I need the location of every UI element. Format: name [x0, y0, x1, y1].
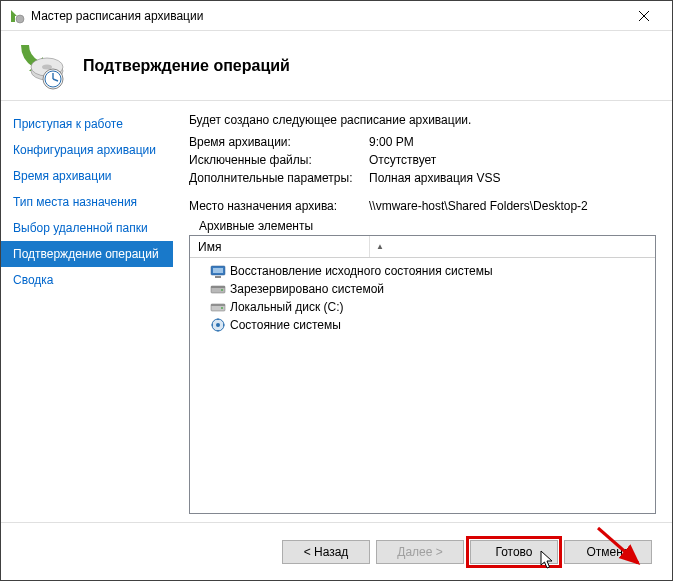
dest-value: \\vmware-host\Shared Folders\Desktop-2 — [369, 199, 588, 213]
sidebar-step[interactable]: Подтверждение операций — [1, 241, 173, 267]
summary-label: Исключенные файлы: — [189, 153, 369, 167]
summary-row: Дополнительные параметры:Полная архиваци… — [189, 171, 656, 185]
archive-elements-label: Архивные элементы — [199, 219, 656, 233]
sidebar-step[interactable]: Время архивации — [1, 163, 173, 189]
list-item-label: Состояние системы — [230, 318, 341, 332]
list-body: Восстановление исходного состояния систе… — [190, 258, 655, 513]
svg-point-13 — [221, 289, 223, 291]
list-column-name[interactable]: Имя — [190, 236, 370, 257]
dest-label: Место назначения архива: — [189, 199, 369, 213]
svg-rect-15 — [211, 304, 225, 306]
wizard-body: Приступая к работеКонфигурация архивации… — [1, 101, 672, 522]
wizard-footer: < Назад Далее > Готово Отмена — [1, 522, 672, 580]
list-item-label: Восстановление исходного состояния систе… — [230, 264, 493, 278]
sidebar-step[interactable]: Тип места назначения — [1, 189, 173, 215]
wizard-steps-sidebar: Приступая к работеКонфигурация архивации… — [1, 101, 173, 522]
system-reserved-icon — [210, 281, 226, 297]
cancel-button[interactable]: Отмена — [564, 540, 652, 564]
list-item-label: Зарезервировано системой — [230, 282, 384, 296]
wizard-header-icon — [17, 41, 67, 91]
sort-indicator-icon: ▲ — [370, 242, 390, 251]
intro-text: Будет создано следующее расписание архив… — [189, 113, 656, 127]
list-item[interactable]: Локальный диск (C:) — [190, 298, 655, 316]
svg-point-3 — [42, 64, 52, 69]
app-icon — [9, 8, 25, 24]
summary-row: Время архивации:9:00 PM — [189, 135, 656, 149]
wizard-main-panel: Будет создано следующее расписание архив… — [173, 101, 672, 522]
titlebar: Мастер расписания архивации — [1, 1, 672, 31]
next-button: Далее > — [376, 540, 464, 564]
summary-row: Исключенные файлы:Отсутствует — [189, 153, 656, 167]
list-item[interactable]: Восстановление исходного состояния систе… — [190, 262, 655, 280]
finish-button[interactable]: Готово — [470, 540, 558, 564]
svg-rect-9 — [213, 268, 223, 273]
wizard-header-title: Подтверждение операций — [83, 57, 290, 75]
sidebar-step[interactable]: Конфигурация архивации — [1, 137, 173, 163]
list-header-row: Имя ▲ — [190, 236, 655, 258]
svg-rect-12 — [211, 286, 225, 288]
summary-value: Полная архивация VSS — [369, 171, 500, 185]
list-item[interactable]: Зарезервировано системой — [190, 280, 655, 298]
svg-point-16 — [221, 307, 223, 309]
svg-rect-10 — [215, 276, 221, 278]
bmr-icon — [210, 263, 226, 279]
list-column-label: Имя — [198, 240, 221, 254]
summary-label: Время архивации: — [189, 135, 369, 149]
disk-icon — [210, 299, 226, 315]
close-button[interactable] — [624, 2, 664, 30]
summary-label: Дополнительные параметры: — [189, 171, 369, 185]
sidebar-step[interactable]: Приступая к работе — [1, 111, 173, 137]
summary-value: Отсутствует — [369, 153, 436, 167]
svg-point-0 — [16, 15, 24, 23]
back-button[interactable]: < Назад — [282, 540, 370, 564]
system-state-icon — [210, 317, 226, 333]
wizard-header: Подтверждение операций — [1, 31, 672, 101]
sidebar-step[interactable]: Сводка — [1, 267, 173, 293]
sidebar-step[interactable]: Выбор удаленной папки — [1, 215, 173, 241]
list-item-label: Локальный диск (C:) — [230, 300, 344, 314]
list-item[interactable]: Состояние системы — [190, 316, 655, 334]
window-title: Мастер расписания архивации — [31, 9, 624, 23]
archive-items-list: Имя ▲ Восстановление исходного состояния… — [189, 235, 656, 514]
summary-value: 9:00 PM — [369, 135, 414, 149]
svg-point-18 — [216, 323, 220, 327]
